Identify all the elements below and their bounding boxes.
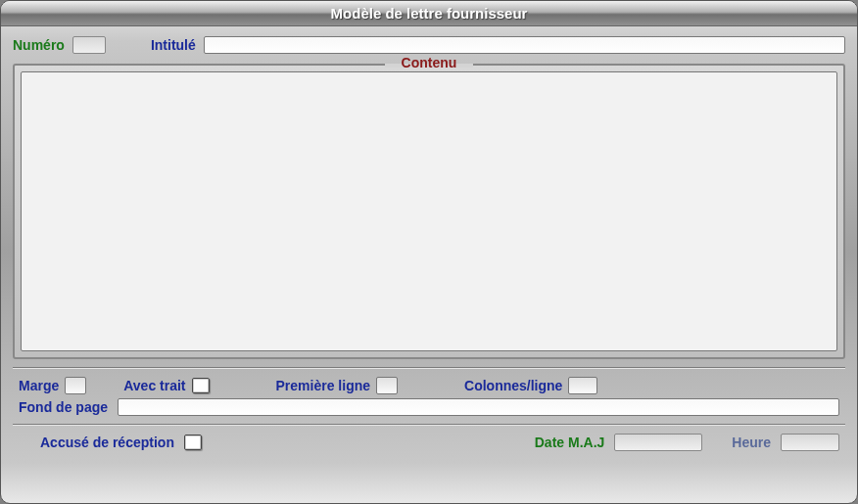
date-maj-field (614, 434, 702, 451)
numero-label: Numéro (13, 37, 65, 53)
intitule-field[interactable] (204, 36, 845, 54)
titlebar: Modèle de lettre fournisseur (1, 1, 857, 26)
divider-2 (13, 424, 845, 426)
accuse-label: Accusé de réception (40, 435, 174, 450)
options-row-2: Fond de page (13, 394, 845, 416)
dialog-window: Modèle de lettre fournisseur Numéro Inti… (0, 0, 858, 504)
heure-field (781, 434, 839, 451)
fond-de-page-field[interactable] (118, 398, 839, 416)
marge-field[interactable] (65, 377, 86, 394)
contenu-textarea[interactable] (21, 71, 837, 351)
footer-row: Accusé de réception Date M.A.J Heure (13, 434, 845, 451)
date-maj-label: Date M.A.J (535, 435, 605, 450)
window-title: Modèle de lettre fournisseur (331, 5, 528, 22)
premiere-ligne-label: Première ligne (276, 378, 371, 393)
avec-trait-label: Avec trait (123, 378, 185, 393)
marge-label: Marge (19, 378, 59, 393)
contenu-legend: Contenu (396, 55, 463, 70)
colonnes-ligne-field[interactable] (568, 377, 597, 394)
fond-de-page-label: Fond de page (19, 399, 108, 415)
intitule-label: Intitulé (151, 37, 196, 53)
numero-field[interactable] (72, 36, 106, 54)
header-row: Numéro Intitulé (13, 36, 845, 54)
avec-trait-checkbox[interactable] (192, 378, 210, 393)
heure-label: Heure (732, 435, 771, 450)
colonnes-ligne-label: Colonnes/ligne (464, 378, 562, 393)
premiere-ligne-field[interactable] (376, 377, 398, 394)
options-row-1: Marge Avec trait Première ligne Colonnes… (13, 377, 845, 394)
accuse-checkbox[interactable] (184, 435, 202, 450)
contenu-fieldset: Contenu (13, 64, 845, 359)
divider-1 (13, 367, 845, 369)
dialog-body: Numéro Intitulé Contenu Marge Avec trait (1, 26, 857, 461)
